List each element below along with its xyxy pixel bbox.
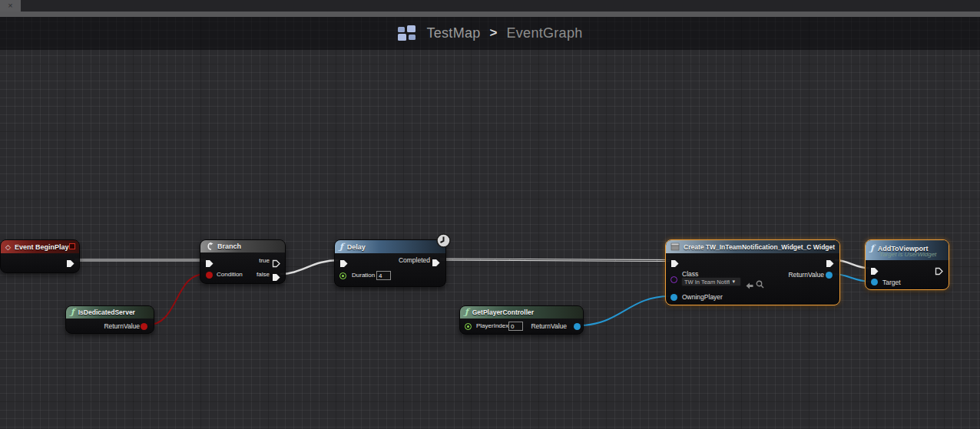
duration-value-input[interactable] — [376, 271, 391, 280]
class-selected-value: TW In Team Notifi — [684, 279, 730, 285]
widget-icon — [670, 240, 680, 253]
playerindex-pin[interactable] — [465, 323, 472, 330]
returnvalue-pin-label: ReturnValue — [788, 271, 824, 279]
node-delay[interactable]: ƒ Delay Duration Completed — [334, 239, 446, 287]
node-event-beginplay[interactable]: ◇ Event BeginPlay — [0, 239, 80, 273]
node-branch[interactable]: Branch Condition true false — [200, 239, 286, 284]
delegate-pin[interactable] — [69, 243, 75, 249]
browse-icon[interactable] — [756, 278, 764, 292]
node-branch-header: Branch — [200, 240, 285, 252]
exec-out-pin[interactable] — [935, 265, 944, 279]
completed-pin-label: Completed — [399, 256, 430, 264]
false-exec-out-pin[interactable] — [272, 271, 281, 285]
object-out-pin[interactable] — [826, 272, 833, 279]
true-pin-label: true — [259, 257, 270, 264]
exec-out-pin[interactable] — [66, 257, 75, 271]
blueprint-editor-window: × TestMap > EventGraph — [0, 0, 980, 429]
exec-in-pin[interactable] — [670, 257, 680, 271]
class-select-dropdown[interactable]: TW In Team Notifi ▾ — [681, 277, 741, 286]
node-create-widget[interactable]: Create TW_InTeamNotification_Widget_C Wi… — [665, 239, 840, 305]
node-subtitle: Target is UserWidget — [879, 251, 944, 258]
true-exec-out-pin[interactable] — [272, 257, 281, 271]
node-isdedicatedserver-header: ƒ IsDedicatedServer — [66, 306, 154, 318]
clock-icon — [436, 233, 451, 251]
object-out-pin[interactable] — [574, 323, 581, 330]
node-addtoviewport-header: ƒ AddToViewport Target is UserWidget — [866, 240, 949, 260]
duration-pin[interactable] — [339, 272, 346, 279]
event-icon: ◇ — [5, 243, 11, 251]
node-title: Branch — [217, 243, 241, 250]
wire-object-playercontroller-owningplayer[interactable] — [578, 296, 670, 325]
node-title: Create TW_InTeamNotification_Widget_C Wi… — [684, 243, 835, 251]
dock-splitter[interactable] — [0, 12, 980, 17]
playerindex-pin-label: PlayerIndex — [476, 322, 508, 329]
function-icon: ƒ — [339, 243, 343, 251]
wire-layer — [0, 0, 980, 429]
exec-in-pin[interactable] — [205, 257, 214, 271]
node-title: GetPlayerController — [472, 309, 534, 316]
function-icon: ƒ — [870, 245, 874, 252]
branch-icon — [205, 240, 214, 252]
node-getplayercontroller-header: ƒ GetPlayerController — [460, 306, 583, 318]
node-event-beginplay-header: ◇ Event BeginPlay — [1, 240, 79, 253]
node-delay-header: ƒ Delay — [335, 240, 445, 253]
condition-pin[interactable] — [206, 272, 213, 279]
node-addtoviewport[interactable]: ƒ AddToViewport Target is UserWidget Tar… — [865, 239, 949, 290]
wire-bool-isdedicatedserver-condition[interactable] — [146, 274, 205, 325]
false-pin-label: false — [257, 271, 270, 278]
wire-exec-false-delay[interactable] — [280, 260, 339, 274]
condition-pin-label: Condition — [217, 271, 243, 278]
playerindex-value-input[interactable] — [508, 322, 523, 331]
close-icon: × — [8, 1, 12, 10]
duration-pin-label: Duration — [352, 272, 375, 279]
use-asset-icon[interactable] — [746, 279, 753, 292]
target-pin-label: Target — [882, 279, 901, 286]
function-icon: ƒ — [71, 309, 74, 316]
tab-close-button[interactable]: × — [0, 0, 21, 12]
returnvalue-pin-label: ReturnValue — [104, 322, 140, 330]
exec-in-pin[interactable] — [339, 257, 349, 271]
target-pin[interactable] — [871, 279, 878, 285]
owningplayer-pin[interactable] — [670, 294, 677, 301]
node-title: Delay — [347, 243, 366, 251]
node-title: IsDedicatedServer — [78, 309, 135, 316]
class-pin[interactable] — [670, 276, 677, 283]
bool-out-pin[interactable] — [141, 323, 147, 330]
owningplayer-pin-label: OwningPlayer — [682, 293, 723, 301]
caret-down-icon: ▾ — [732, 279, 735, 285]
exec-out-pin[interactable] — [826, 257, 835, 271]
node-isdedicatedserver[interactable]: ƒ IsDedicatedServer ReturnValue — [65, 305, 154, 334]
tab-bar: × — [0, 0, 980, 12]
node-getplayercontroller[interactable]: ƒ GetPlayerController PlayerIndex Return… — [459, 305, 584, 335]
returnvalue-pin-label: ReturnValue — [531, 322, 567, 330]
function-icon: ƒ — [465, 309, 468, 316]
exec-in-pin[interactable] — [870, 265, 879, 279]
completed-exec-out-pin[interactable] — [432, 256, 441, 270]
node-title: Event BeginPlay — [15, 243, 69, 251]
node-create-widget-header: Create TW_InTeamNotification_Widget_C Wi… — [666, 240, 839, 253]
